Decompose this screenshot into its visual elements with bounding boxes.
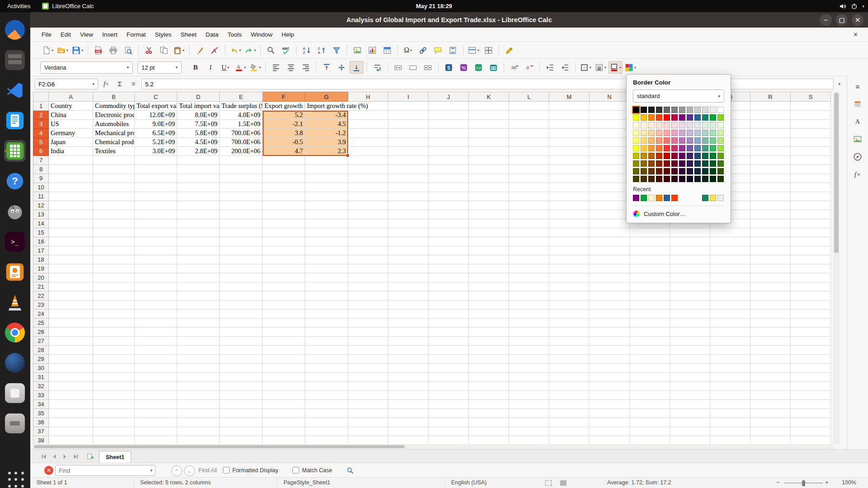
- row-header-10[interactable]: 10: [33, 183, 49, 192]
- cell-S7[interactable]: [791, 156, 831, 165]
- cell-K33[interactable]: [469, 391, 509, 400]
- cell-A3[interactable]: US: [49, 120, 93, 129]
- cell-N38[interactable]: [590, 436, 630, 444]
- vertical-scrollbar[interactable]: [833, 92, 840, 444]
- cell-H25[interactable]: [348, 319, 388, 328]
- cell-S32[interactable]: [791, 382, 831, 391]
- cell-H4[interactable]: [348, 129, 388, 138]
- cell-D30[interactable]: [177, 364, 220, 373]
- cell-R14[interactable]: [750, 219, 791, 228]
- cell-O24[interactable]: [630, 310, 670, 319]
- volume-icon[interactable]: [839, 3, 846, 10]
- close-find-bar-button[interactable]: ✕: [44, 466, 53, 475]
- cell-C3[interactable]: 9.0E+09: [135, 120, 177, 129]
- cell-H28[interactable]: [348, 346, 388, 355]
- cell-R11[interactable]: [750, 192, 791, 201]
- cell-P23[interactable]: [670, 300, 710, 310]
- cell-H20[interactable]: [348, 273, 388, 282]
- border-style-dropdown-arrow[interactable]: ▾: [604, 66, 606, 70]
- cell-B27[interactable]: [93, 337, 135, 346]
- cell-F19[interactable]: [263, 264, 305, 273]
- align-top-button[interactable]: [320, 61, 334, 74]
- color-swatch[interactable]: [694, 176, 701, 182]
- cell-K18[interactable]: [469, 255, 509, 264]
- cell-F25[interactable]: [263, 319, 305, 328]
- sum-button[interactable]: Σ: [114, 79, 125, 89]
- color-swatch[interactable]: [648, 130, 655, 136]
- cell-D10[interactable]: [177, 183, 220, 192]
- cell-K4[interactable]: [469, 129, 509, 138]
- cell-I4[interactable]: [388, 129, 429, 138]
- cell-P19[interactable]: [670, 264, 710, 273]
- color-swatch[interactable]: [687, 122, 693, 128]
- cell-F16[interactable]: [263, 237, 305, 246]
- cell-P24[interactable]: [670, 310, 710, 319]
- cell-S9[interactable]: [791, 174, 831, 183]
- color-swatch[interactable]: [633, 176, 639, 182]
- cell-H16[interactable]: [348, 237, 388, 246]
- color-swatch[interactable]: [687, 114, 693, 121]
- cell-O15[interactable]: [630, 228, 670, 237]
- dock-app-file-manager[interactable]: [4, 49, 26, 71]
- cell-B21[interactable]: [93, 282, 135, 291]
- cell-L19[interactable]: [509, 264, 549, 273]
- cell-A15[interactable]: [49, 228, 93, 237]
- cell-K34[interactable]: [469, 400, 509, 409]
- cell-L33[interactable]: [509, 391, 549, 400]
- cell-F33[interactable]: [263, 391, 305, 400]
- cell-I27[interactable]: [388, 337, 429, 346]
- cell-F34[interactable]: [263, 400, 305, 409]
- cell-B14[interactable]: [93, 219, 135, 228]
- cell-N5[interactable]: [590, 138, 630, 147]
- cell-D35[interactable]: [177, 409, 220, 418]
- row-header-15[interactable]: 15: [33, 228, 49, 237]
- menu-format[interactable]: Format: [122, 29, 151, 40]
- cell-D3[interactable]: 7.5E+09: [177, 120, 220, 129]
- cell-K5[interactable]: [469, 138, 509, 147]
- cell-R34[interactable]: [750, 400, 791, 409]
- cell-A13[interactable]: [49, 210, 93, 219]
- cell-S16[interactable]: [791, 237, 831, 246]
- cell-C28[interactable]: [135, 346, 177, 355]
- color-swatch[interactable]: [641, 107, 647, 113]
- color-swatch[interactable]: [656, 130, 662, 136]
- cell-I25[interactable]: [388, 319, 429, 328]
- cell-J13[interactable]: [429, 210, 469, 219]
- color-swatch[interactable]: [694, 122, 701, 128]
- column-header-M[interactable]: M: [549, 92, 590, 102]
- row-header-26[interactable]: 26: [33, 328, 49, 337]
- cell-M16[interactable]: [549, 237, 590, 246]
- cell-I12[interactable]: [388, 201, 429, 210]
- cell-O22[interactable]: [630, 291, 670, 300]
- cell-R21[interactable]: [750, 282, 791, 291]
- color-swatch[interactable]: [687, 130, 693, 136]
- cell-J24[interactable]: [429, 310, 469, 319]
- cell-H29[interactable]: [348, 355, 388, 364]
- bold-button[interactable]: B: [189, 61, 203, 74]
- cell-K27[interactable]: [469, 337, 509, 346]
- cell-C21[interactable]: [135, 282, 177, 291]
- cell-S4[interactable]: [791, 129, 831, 138]
- cell-I14[interactable]: [388, 219, 429, 228]
- cell-K37[interactable]: [469, 427, 509, 436]
- color-swatch[interactable]: [671, 160, 678, 167]
- cell-E15[interactable]: [220, 228, 263, 237]
- color-swatch[interactable]: [717, 130, 724, 136]
- cell-H37[interactable]: [348, 427, 388, 436]
- cell-K38[interactable]: [469, 436, 509, 444]
- cell-O37[interactable]: [630, 427, 670, 436]
- color-swatch[interactable]: [710, 122, 716, 128]
- color-swatch[interactable]: [641, 130, 647, 136]
- font-size-combobox[interactable]: 12 pt▾: [137, 61, 182, 74]
- cell-B30[interactable]: [93, 364, 135, 373]
- cell-L29[interactable]: [509, 355, 549, 364]
- zoom-out-button[interactable]: −: [776, 479, 780, 486]
- color-swatch[interactable]: [648, 137, 655, 144]
- cell-C36[interactable]: [135, 418, 177, 427]
- cell-O26[interactable]: [630, 328, 670, 337]
- row-header-33[interactable]: 33: [33, 391, 49, 400]
- recent-color-swatch[interactable]: [656, 195, 662, 201]
- color-swatch[interactable]: [641, 176, 647, 182]
- cell-R20[interactable]: [750, 273, 791, 282]
- cell-K10[interactable]: [469, 183, 509, 192]
